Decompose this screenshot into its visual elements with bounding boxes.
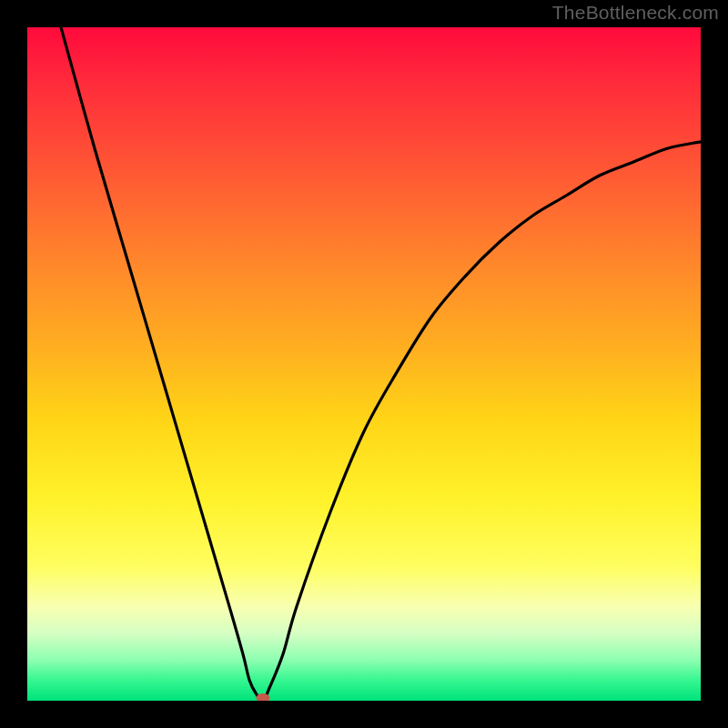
plot-area [27, 27, 701, 701]
bottleneck-curve [61, 27, 701, 701]
watermark-text: TheBottleneck.com [552, 2, 719, 24]
curve-overlay [27, 27, 701, 701]
chart-frame: TheBottleneck.com [0, 0, 728, 728]
